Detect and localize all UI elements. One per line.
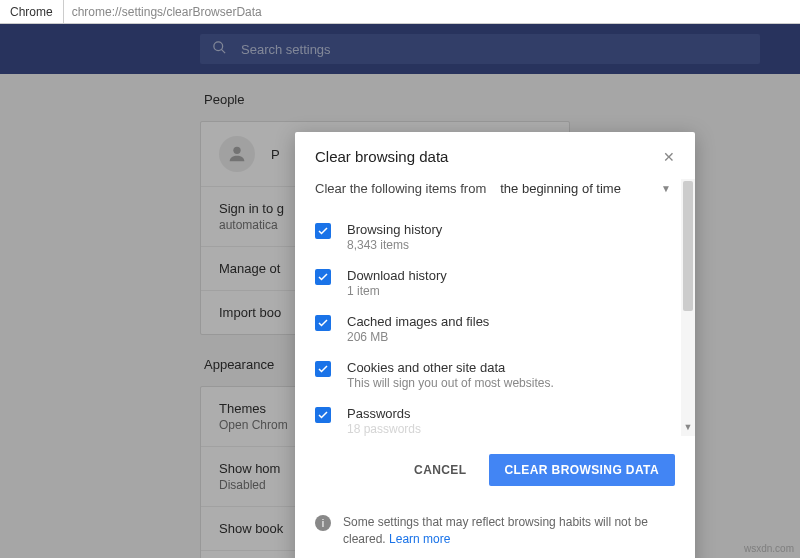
- option-sub: 206 MB: [347, 330, 489, 344]
- option-title: Passwords: [347, 406, 421, 421]
- info-icon: i: [315, 515, 331, 531]
- checkbox-checked-icon[interactable]: [315, 407, 331, 423]
- option-title: Download history: [347, 268, 447, 283]
- clear-data-button[interactable]: CLEAR BROWSING DATA: [489, 454, 675, 486]
- dialog-prompt: Clear the following items from: [315, 181, 486, 196]
- url-display[interactable]: chrome://settings/clearBrowserData: [64, 5, 270, 19]
- footer-message: Some settings that may reflect browsing …: [343, 514, 675, 548]
- cancel-button[interactable]: CANCEL: [398, 454, 482, 486]
- checkbox-checked-icon[interactable]: [315, 223, 331, 239]
- option-sub: 8,343 items: [347, 238, 442, 252]
- time-range-select[interactable]: the beginning of time ▼: [500, 179, 671, 198]
- option-passwords[interactable]: Passwords 18 passwords: [315, 398, 675, 436]
- checkbox-checked-icon[interactable]: [315, 361, 331, 377]
- option-sub: This will sign you out of most websites.: [347, 376, 554, 390]
- option-title: Cached images and files: [347, 314, 489, 329]
- option-download-history[interactable]: Download history 1 item: [315, 260, 675, 306]
- chevron-down-icon: ▼: [661, 183, 671, 194]
- learn-more-link[interactable]: Learn more: [389, 532, 450, 546]
- time-range-value: the beginning of time: [500, 181, 621, 196]
- option-cookies[interactable]: Cookies and other site data This will si…: [315, 352, 675, 398]
- checkbox-checked-icon[interactable]: [315, 315, 331, 331]
- page: Search settings People P O CHROME Sign i…: [0, 24, 800, 558]
- checkbox-checked-icon[interactable]: [315, 269, 331, 285]
- close-icon[interactable]: ✕: [663, 149, 675, 165]
- browser-label: Chrome: [0, 0, 64, 23]
- dialog-title: Clear browsing data: [315, 148, 448, 165]
- option-title: Cookies and other site data: [347, 360, 554, 375]
- option-browsing-history[interactable]: Browsing history 8,343 items: [315, 214, 675, 260]
- address-bar: Chrome chrome://settings/clearBrowserDat…: [0, 0, 800, 24]
- option-title: Browsing history: [347, 222, 442, 237]
- scroll-down-icon[interactable]: ▼: [681, 422, 695, 436]
- clear-data-dialog: Clear browsing data ✕ ▲ ▼ Clear the foll…: [295, 132, 695, 558]
- option-sub: 18 passwords: [347, 422, 421, 436]
- option-cached-files[interactable]: Cached images and files 206 MB: [315, 306, 675, 352]
- scroll-thumb[interactable]: [683, 181, 693, 311]
- dialog-scrollbar[interactable]: ▲ ▼: [681, 179, 695, 436]
- option-sub: 1 item: [347, 284, 447, 298]
